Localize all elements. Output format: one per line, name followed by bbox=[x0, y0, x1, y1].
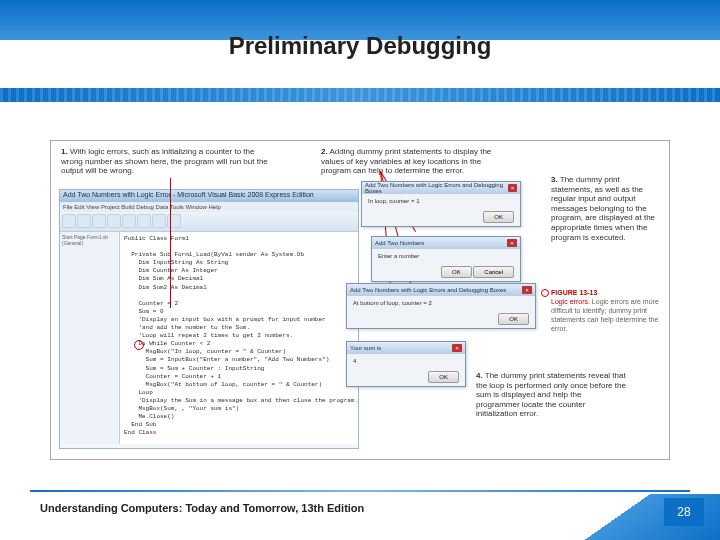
page-number: 28 bbox=[664, 498, 704, 526]
code-editor: Public Class Form1 Private Sub Form1_Loa… bbox=[120, 232, 358, 444]
dialog-title: Add Two Numbers with Logic Errors and De… bbox=[350, 287, 506, 293]
toolbar-button bbox=[62, 214, 76, 228]
callout-2: 2. Adding dummy print statements to disp… bbox=[321, 147, 511, 176]
figure-caption: FIGURE 13-13 Logic errors. Logic errors … bbox=[551, 288, 661, 333]
ide-menubar: File Edit View Project Build Debug Data … bbox=[60, 202, 358, 212]
toolbar-button bbox=[92, 214, 106, 228]
toolbar-button bbox=[152, 214, 166, 228]
dialog-body: At bottom of loop, counter = 2 bbox=[347, 296, 535, 310]
inputbox-enter-number: Add Two Numbers × Enter a number OK Canc… bbox=[371, 236, 521, 282]
error-highlight-circle bbox=[134, 340, 144, 350]
close-icon: × bbox=[522, 286, 532, 294]
callout-3: 3. The dummy print statements, as well a… bbox=[551, 175, 661, 242]
footer-text: Understanding Computers: Today and Tomor… bbox=[40, 502, 364, 514]
toolbar-button bbox=[77, 214, 91, 228]
toolbar-button bbox=[137, 214, 151, 228]
close-icon: × bbox=[507, 239, 517, 247]
ide-titlebar: Add Two Numbers with Logic Error - Micro… bbox=[60, 190, 358, 202]
dialog-body: 4 bbox=[347, 354, 465, 368]
footer-divider bbox=[30, 490, 690, 492]
slide-title: Preliminary Debugging bbox=[0, 32, 720, 60]
close-icon: × bbox=[452, 344, 462, 352]
dialog-title: Your sum is bbox=[350, 345, 381, 351]
msgbox-bottom-loop: Add Two Numbers with Logic Errors and De… bbox=[346, 283, 536, 329]
toolbar-button bbox=[122, 214, 136, 228]
ok-button: OK bbox=[441, 266, 472, 278]
ok-button: OK bbox=[498, 313, 529, 325]
msgbox-in-loop: Add Two Numbers with Logic Errors and De… bbox=[361, 181, 521, 227]
toolbar-button bbox=[107, 214, 121, 228]
msgbox-sum: Your sum is × 4 OK bbox=[346, 341, 466, 387]
accent-bar bbox=[0, 88, 720, 102]
dialog-body: In loop, counter = 1 bbox=[362, 194, 520, 208]
ide-toolbar bbox=[60, 212, 358, 232]
ide-window: Add Two Numbers with Logic Error - Micro… bbox=[59, 189, 359, 449]
cancel-button: Cancel bbox=[473, 266, 514, 278]
callout-4: 4. The dummy print statements reveal tha… bbox=[476, 371, 626, 419]
dialog-title: Add Two Numbers with Logic Errors and De… bbox=[365, 182, 508, 194]
figure-frame: 1. With logic errors, such as initializi… bbox=[50, 140, 670, 460]
ok-button: OK bbox=[483, 211, 514, 223]
callout-1: 1. With logic errors, such as initializi… bbox=[61, 147, 271, 176]
ok-button: OK bbox=[428, 371, 459, 383]
leader-line bbox=[170, 178, 171, 308]
close-icon: × bbox=[508, 184, 517, 192]
figure-bullet-icon bbox=[541, 289, 549, 297]
ide-sidebar: Start Page Form1.vb (General) bbox=[60, 232, 120, 444]
dialog-body: Enter a number bbox=[372, 249, 520, 263]
dialog-title: Add Two Numbers bbox=[375, 240, 424, 246]
